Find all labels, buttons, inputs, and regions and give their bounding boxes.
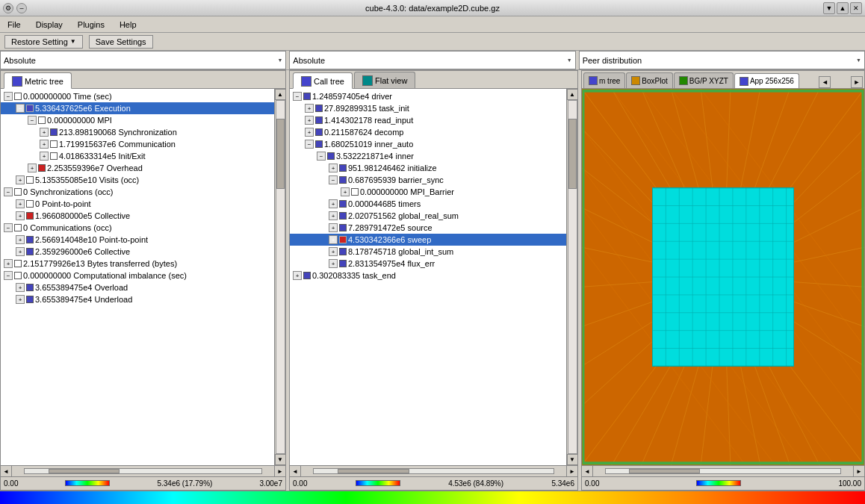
expand-button[interactable]: + [16,211,25,220]
menu-plugins[interactable]: Plugins [73,19,109,31]
mid-dropdown-wrap[interactable]: Absolute Relative [289,51,575,69]
tab-call-tree[interactable]: Call tree [293,72,353,89]
tree-item[interactable]: +2.359296000e6 Collective [1,246,274,258]
tree-item[interactable]: +3.655389475e4 Overload [1,281,274,293]
left-dropdown[interactable]: Absolute Relative [1,55,285,66]
menu-help[interactable]: Help [115,19,141,31]
tab-metric-tree[interactable]: Metric tree [4,72,72,89]
tree-item[interactable]: +4.530342366e6 sweep [290,234,566,246]
left-vscroll-up[interactable]: ▲ [275,89,286,100]
right-hscroll[interactable]: ◄ ► [582,465,864,476]
menu-display[interactable]: Display [31,19,67,31]
left-tree-body[interactable]: −0.000000000 Time (sec)−5.336437625e6 Ex… [1,89,274,465]
mid-hscroll-left[interactable]: ◄ [290,466,301,476]
expand-button[interactable]: + [16,283,25,292]
right-dropdown-wrap[interactable]: Peer distribution Absolute Relative [579,51,865,69]
expand-button[interactable]: + [4,259,13,268]
tree-item[interactable]: +2.566914048e10 Point-to-point [1,234,274,246]
tree-item[interactable]: +0.000000000 MPI_Barrier [290,186,566,198]
expand-button[interactable]: − [28,116,37,125]
tree-item[interactable]: +27.892899315 task_init [290,102,566,114]
expand-button[interactable]: + [329,211,338,220]
tree-item[interactable]: +0 Point-to-point [1,198,274,210]
expand-button[interactable]: + [40,152,49,161]
tree-item[interactable]: −0.000000000 MPI [1,114,274,126]
left-vscroll[interactable]: ▲ ▼ [274,89,285,465]
menu-file[interactable]: File [3,19,25,31]
expand-button[interactable]: + [329,223,338,232]
tree-item[interactable]: +2.151779926e13 Bytes transferred (bytes… [1,258,274,270]
restore-setting-button[interactable]: Restore Setting ▼ [4,35,83,49]
left-hscroll[interactable]: ◄ ► [1,465,285,476]
expand-button[interactable]: + [16,175,25,184]
left-hscroll-left[interactable]: ◄ [1,466,12,476]
expand-button[interactable]: − [329,175,338,184]
expand-button[interactable]: + [16,247,25,256]
expand-button[interactable]: − [293,92,302,101]
mid-vscroll-down[interactable]: ▼ [567,454,578,465]
tree-item[interactable]: +951.981246462 initialize [290,162,566,174]
expand-button[interactable]: + [16,235,25,244]
expand-button[interactable]: + [28,164,37,172]
tree-item[interactable]: −0 Communications (occ) [1,222,274,234]
expand-button[interactable]: + [341,187,350,196]
left-dropdown-wrap[interactable]: Absolute Relative [0,51,286,69]
tree-item[interactable]: −0.000000000 Computational imbalance (se… [1,270,274,281]
expand-button[interactable]: − [4,92,13,101]
tree-item[interactable]: +2.253559396e7 Overhead [1,162,274,174]
expand-button[interactable]: + [329,247,338,256]
tab-scroll-left[interactable]: ◄ [819,76,831,88]
expand-button[interactable]: + [40,140,49,149]
expand-button[interactable]: − [317,152,326,161]
tree-item[interactable]: +2.831354975e4 flux_err [290,258,566,270]
tab-bgp-xyzt[interactable]: BG/P XYZT [674,72,734,88]
tree-item[interactable]: +4.018633314e5 Init/Exit [1,150,274,162]
tab-boxplot[interactable]: BoxPlot [626,72,672,88]
mid-vscroll-up[interactable]: ▲ [567,89,578,100]
tree-item[interactable]: +1.719915637e6 Communication [1,138,274,150]
expand-button[interactable]: + [329,164,338,172]
scroll-up-btn[interactable]: ▲ [837,2,849,14]
tree-item[interactable]: +3.655389475e4 Underload [1,293,274,305]
tree-item[interactable]: +7.289791472e5 source [290,222,566,234]
tree-item[interactable]: +1.966080000e5 Collective [1,210,274,222]
expand-button[interactable]: − [4,223,13,232]
expand-button[interactable]: + [293,271,302,280]
mid-hscroll-right[interactable]: ► [566,466,577,476]
tree-item[interactable]: +2.020751562 global_real_sum [290,210,566,222]
tree-item[interactable]: +0.000044685 timers [290,198,566,210]
tree-item[interactable]: −0.000000000 Time (sec) [1,90,274,102]
system-menu-btn[interactable]: ⚙ [3,3,13,13]
tab-flat-view[interactable]: Flat view [354,72,415,88]
left-vscroll-down[interactable]: ▼ [275,454,286,465]
mid-tree-body[interactable]: −1.248597405e4 driver+27.892899315 task_… [290,89,566,465]
tree-item[interactable]: +5.135355085e10 Visits (occ) [1,174,274,186]
expand-button[interactable]: + [305,116,314,125]
expand-button[interactable]: + [329,235,338,244]
expand-button[interactable]: + [305,128,314,137]
tree-item[interactable]: +0.302083335 task_end [290,270,566,281]
right-hscroll-left[interactable]: ◄ [582,466,593,476]
tab-scroll-right[interactable]: ► [851,76,863,88]
minimize-btn[interactable]: – [16,3,27,13]
tree-item[interactable]: +8.178745718 global_int_sum [290,246,566,258]
tree-item[interactable]: −5.336437625e6 Execution [1,102,274,114]
tree-item[interactable]: +0.211587624 decomp [290,126,566,138]
expand-button[interactable]: − [305,140,314,149]
tree-item[interactable]: −0 Synchronizations (occ) [1,186,274,198]
expand-button[interactable]: + [329,259,338,268]
right-hscroll-right[interactable]: ► [853,466,864,476]
close-btn[interactable]: ✕ [850,2,862,14]
left-hscroll-right[interactable]: ► [274,466,285,476]
expand-button[interactable]: + [40,128,49,137]
tab-m-tree[interactable]: m tree [583,72,625,88]
tree-item[interactable]: +213.898190068 Synchronization [1,126,274,138]
right-dropdown[interactable]: Peer distribution Absolute Relative [580,55,864,66]
mid-hscroll[interactable]: ◄ ► [290,465,577,476]
expand-button[interactable]: + [305,104,314,113]
expand-button[interactable]: + [16,295,25,304]
expand-button[interactable]: − [16,104,25,113]
expand-button[interactable]: + [16,199,25,208]
scroll-down-btn[interactable]: ▼ [823,2,835,14]
tree-item[interactable]: −1.680251019 inner_auto [290,138,566,150]
